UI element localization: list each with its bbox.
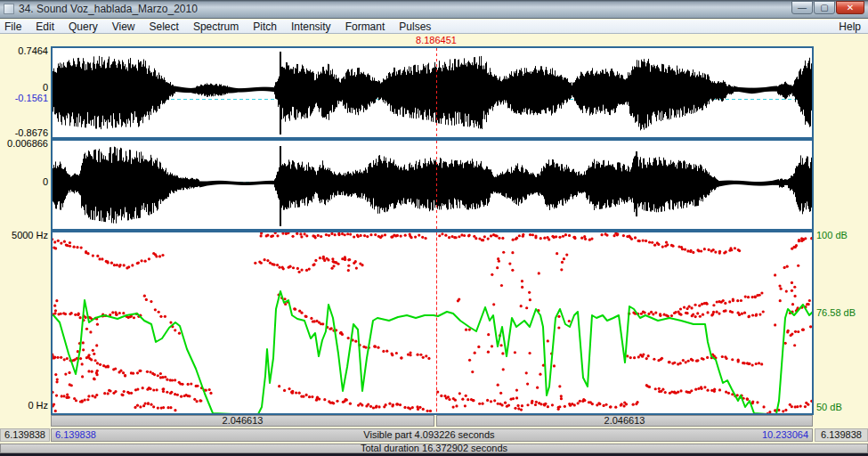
wave2-zero-label: 0 (0, 177, 48, 187)
wave1-max-label: 0.7464 (0, 46, 48, 56)
play-bar-left-of-cursor[interactable]: 2.046613 (51, 415, 434, 427)
praat-sound-editor-window: 34. Sound Voz_hablada_Marzo_2010 — ▢ ✕ F… (0, 0, 868, 456)
waveform-panel-2[interactable] (51, 139, 814, 231)
analysis-panel[interactable] (51, 231, 814, 415)
menu-select[interactable]: Select (142, 20, 186, 33)
menu-formant[interactable]: Formant (338, 20, 393, 33)
freq-min-label: 0 Hz (0, 401, 48, 411)
analysis-canvas[interactable] (53, 232, 812, 413)
db-max-label: 100 dB (816, 231, 868, 240)
wave2-max-label: 0.006866 (0, 139, 48, 149)
db-min-label: 50 dB (816, 403, 868, 412)
title-bar: 34. Sound Voz_hablada_Marzo_2010 — ▢ ✕ (0, 0, 868, 19)
play-bar-right-of-cursor[interactable]: 2.046613 (436, 415, 813, 427)
freq-max-label: 5000 Hz (0, 231, 48, 240)
close-button[interactable]: ✕ (836, 1, 864, 14)
visible-part-bar[interactable]: 6.139838 Visible part 4.093226 seconds 1… (51, 428, 813, 442)
window-icon (4, 4, 14, 14)
menu-pitch[interactable]: Pitch (246, 20, 284, 33)
menu-help[interactable]: Help (831, 20, 868, 33)
menu-intensity[interactable]: Intensity (284, 20, 338, 33)
minimize-button[interactable]: — (791, 1, 813, 14)
cursor-time-label: 8.186451 (401, 35, 472, 45)
window-end-time: 10.233064 (758, 430, 812, 440)
selection-end-label: 6.139838 (815, 428, 868, 442)
wave1-zero-label: 0 (0, 83, 48, 93)
selection-start-label: 6.139838 (0, 428, 50, 442)
waveform-canvas-2[interactable] (53, 141, 812, 229)
db-cursor-label: 76.58 dB (816, 308, 868, 318)
wave1-cursor-value-label: -0.1561 (0, 94, 48, 103)
menu-pulses[interactable]: Pulses (392, 20, 438, 33)
menu-file[interactable]: File (0, 20, 28, 33)
waveform-panel-1[interactable] (51, 46, 814, 139)
visible-part-label: Visible part 4.093226 seconds (100, 430, 758, 440)
window-start-time: 6.139838 (52, 430, 100, 440)
menu-bar: File Edit Query View Select Spectrum Pit… (0, 20, 868, 34)
menu-view[interactable]: View (105, 20, 142, 33)
wave1-min-label: -0.8676 (0, 128, 48, 138)
menu-edit[interactable]: Edit (28, 20, 61, 33)
window-title: 34. Sound Voz_hablada_Marzo_2010 (19, 3, 198, 15)
menu-spectrum[interactable]: Spectrum (186, 20, 246, 33)
total-duration-bar[interactable]: Total duration 16.372902 seconds (0, 444, 868, 453)
menu-query[interactable]: Query (61, 20, 105, 33)
maximize-button[interactable]: ▢ (814, 1, 835, 14)
waveform-canvas-1[interactable] (53, 48, 812, 137)
